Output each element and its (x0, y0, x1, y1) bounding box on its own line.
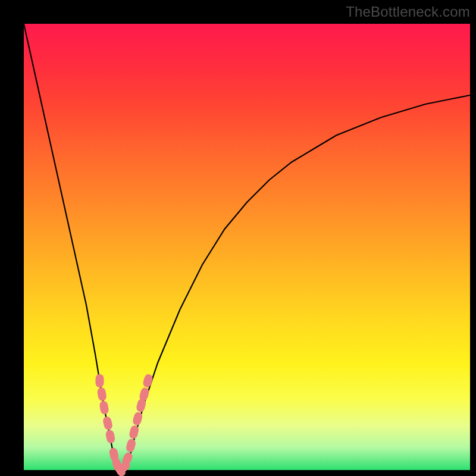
curve-marker (96, 374, 104, 387)
chart-frame: TheBottleneck.com (0, 0, 476, 476)
bottleneck-curve (24, 24, 470, 470)
curve-marker (125, 438, 136, 453)
curve-marker (102, 416, 114, 431)
plot-area (24, 24, 470, 470)
curve-marker (142, 374, 154, 389)
curve-marker (99, 400, 109, 415)
curve-marker (105, 430, 115, 444)
marker-group (96, 374, 154, 476)
watermark-text: TheBottleneck.com (346, 4, 470, 20)
curve-marker (97, 387, 107, 401)
chart-svg (24, 24, 470, 470)
